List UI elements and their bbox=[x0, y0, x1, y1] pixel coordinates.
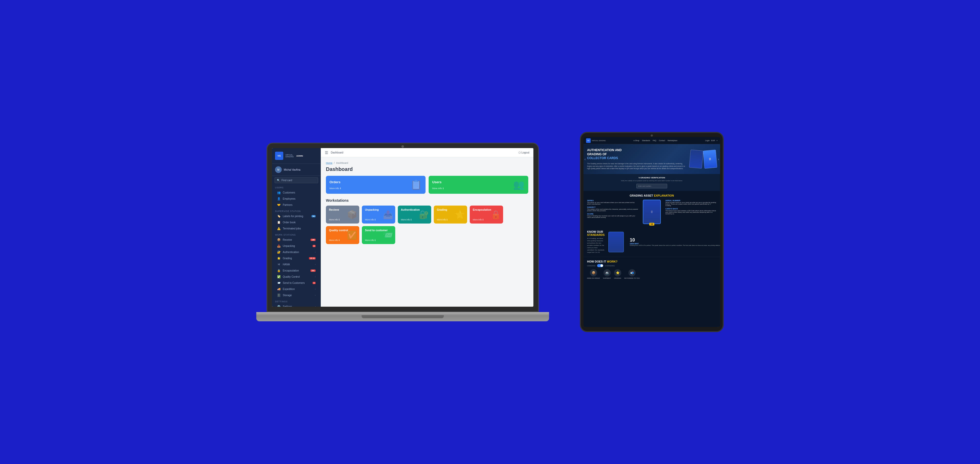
label-cardback: CARD'S BACK The back of your card contai… bbox=[665, 208, 716, 215]
grading-icon: ⭐ bbox=[614, 269, 621, 276]
ws-card-recieve[interactable]: Recieve More info ℹ 📦 bbox=[326, 205, 359, 224]
sidebar-item-hana[interactable]: H HANA › bbox=[275, 261, 318, 267]
sidebar-item-unpacking[interactable]: 📤 Unpacking 8 bbox=[275, 243, 318, 249]
workstations-section-title: Workstations bbox=[326, 199, 528, 202]
breadcrumb-home[interactable]: Home bbox=[326, 161, 332, 164]
login-button[interactable]: Login bbox=[705, 140, 710, 141]
how-step-shipment: 🚢 SHIPMENT bbox=[603, 269, 611, 279]
users-icon: 👥 bbox=[513, 180, 525, 190]
sidebar-logo: VG VIRTUALGRADING ADMIN bbox=[272, 148, 321, 164]
hamburger-icon[interactable]: ☰ bbox=[325, 151, 328, 155]
nav-faq[interactable]: FAQ bbox=[652, 140, 656, 141]
sidebar-item-orderbook[interactable]: 📋 Order book bbox=[275, 219, 318, 225]
sidebar-item-label: Labels for printing bbox=[283, 215, 303, 218]
dashboard-body: Home / Dashboard Dashboard Orders bbox=[321, 157, 533, 307]
sidebar-item-label: Terminated jobs bbox=[283, 227, 301, 230]
tablet-content: ‹ AUTHENTICATION ANDGRADING OF COLLECTOR… bbox=[584, 144, 720, 327]
sidebar-section-workstations: Work stations 📦 Receive 186 📤 Unpacking … bbox=[272, 232, 321, 299]
sidebar-item-send-customers[interactable]: 📨 Send to Customers 8 bbox=[275, 280, 318, 286]
sidebar-item-label: Settings bbox=[283, 305, 292, 307]
find-card-button[interactable]: 🔍 Find card bbox=[275, 177, 318, 183]
orders-more[interactable]: More info ℹ bbox=[329, 187, 341, 190]
sidebar-item-partners[interactable]: 🤝 Partners bbox=[275, 202, 318, 208]
workstation-grid: Recieve More info ℹ 📦 Unpacking More inf… bbox=[326, 205, 528, 244]
sidebar-item-receive[interactable]: 📦 Receive 186 bbox=[275, 237, 318, 243]
sidebar-item-terminated[interactable]: ⚠️ Terminated jobs bbox=[275, 225, 318, 232]
tablet-hero: ‹ AUTHENTICATION ANDGRADING OF COLLECTOR… bbox=[584, 144, 720, 174]
sidebar-section-users: Users 👥 Customers 👤 Employees 🤝 Partners bbox=[272, 185, 321, 208]
hero-next-arrow[interactable]: › bbox=[718, 157, 719, 161]
ws-card-encapsulation[interactable]: Encapsulation More info ℹ 🔒 bbox=[470, 205, 503, 224]
section-label-settings: Settings bbox=[275, 300, 318, 303]
breadcrumb: Home / Dashboard bbox=[326, 161, 528, 164]
chevron-icon: › bbox=[315, 294, 316, 296]
sidebar-item-customers[interactable]: 👥 Customers bbox=[275, 189, 318, 195]
verify-input[interactable]: Enter card number... bbox=[636, 184, 667, 188]
grading-labels-left: SERIES The series on your card indicates… bbox=[587, 200, 638, 218]
logo-brand: VIRTUALGRADING bbox=[285, 154, 294, 157]
tablet-verify: V-GRADING VERIFICATION Verify the validi… bbox=[584, 174, 720, 191]
orders-icon: 📋 bbox=[410, 180, 422, 190]
users-more[interactable]: More info ℹ bbox=[432, 187, 444, 190]
admin-badge: ADMIN bbox=[296, 155, 303, 157]
send-icon: 📨 bbox=[277, 281, 281, 284]
topbar-left: ☰ Dashboard bbox=[325, 151, 344, 155]
section-label-users: Users bbox=[275, 186, 318, 189]
currency-selector[interactable]: EUR bbox=[711, 140, 715, 141]
search-icon: 🔍 bbox=[277, 179, 280, 182]
order-icon: 📦 bbox=[590, 269, 597, 276]
chevron-icon: › bbox=[315, 305, 316, 307]
sidebar-item-storage[interactable]: 🗄️ Storage › bbox=[275, 292, 318, 298]
nav-marketplace[interactable]: Marketplace bbox=[668, 140, 678, 141]
section-label-workstations: Work stations bbox=[275, 234, 318, 236]
step-label: SHIPMENT bbox=[603, 277, 611, 279]
sidebar-item-grading[interactable]: ⭐ Grading 15 15 bbox=[275, 255, 318, 261]
stat-card-orders[interactable]: Orders More info ℹ 📋 bbox=[326, 176, 426, 194]
sidebar-item-settings[interactable]: ⚙️ Settings › bbox=[275, 304, 318, 307]
sidebar-item-employees[interactable]: 👤 Employees bbox=[275, 195, 318, 202]
nav-standards[interactable]: Standards bbox=[642, 140, 650, 141]
terminated-icon: ⚠️ bbox=[277, 227, 281, 230]
tablet-standards: KNOW OUR STANDARDS At V-Grading, we foll… bbox=[584, 227, 720, 257]
tablet-how: HOW DOES IT WORK? GRADING V-GRADING 📦 bbox=[584, 257, 720, 282]
qc-icon: ✅ bbox=[277, 275, 281, 278]
chevron-icon: › bbox=[315, 276, 316, 278]
tablet-logo-text: VIRTUAL GRADING bbox=[592, 140, 606, 141]
sidebar-item-label: Storage bbox=[283, 294, 292, 297]
grading-icon: ⭐ bbox=[277, 256, 281, 260]
ws-card-quality-control[interactable]: Quality control More info ℹ ✅ bbox=[326, 226, 359, 244]
how-steps: 📦 MAKE AN ORDER 🚢 SHIPMENT ⭐ GRADING bbox=[587, 269, 716, 279]
ws-bg-icon: 📦 bbox=[347, 210, 357, 219]
logout-button[interactable]: ⬡ Logout bbox=[519, 151, 529, 154]
sidebar-item-encapsulation[interactable]: 🔒 Encapsulation 281 bbox=[275, 267, 318, 273]
laptop-screen: VG VIRTUALGRADING ADMIN M Michal Vavřina… bbox=[272, 148, 533, 307]
how-toggle[interactable] bbox=[597, 264, 603, 267]
nav-contact[interactable]: Contact bbox=[659, 140, 665, 141]
stat-card-users[interactable]: Users More info ℹ 👥 bbox=[429, 176, 528, 194]
grading-asset-title: GRADING ASSET EXPLANATION bbox=[587, 194, 716, 197]
close-icon[interactable]: × bbox=[716, 140, 718, 141]
hero-prev-arrow[interactable]: ‹ bbox=[584, 157, 586, 161]
ws-card-authentication[interactable]: Authentication More info ℹ 🔐 bbox=[398, 205, 431, 224]
sidebar-item-quality-control[interactable]: ✅ Quality Control › bbox=[275, 273, 318, 280]
step-label: RETURNING TO YOU bbox=[624, 277, 640, 279]
label-series: SERIES The series on your card indicates… bbox=[587, 200, 638, 205]
storage-icon: 🗄️ bbox=[277, 293, 281, 297]
sidebar-item-label: Customers bbox=[283, 191, 295, 194]
sidebar-item-authentication[interactable]: 🔐 Authentication › bbox=[275, 249, 318, 255]
sidebar-item-labels[interactable]: 🏷️ Labels for printing 54 bbox=[275, 213, 318, 219]
customers-icon: 👥 bbox=[277, 191, 281, 194]
send-badge: 8 bbox=[313, 282, 316, 284]
shipment-icon: 🚢 bbox=[603, 269, 611, 276]
sidebar-item-expedition[interactable]: 🚚 Expedition › bbox=[275, 286, 318, 292]
chevron-icon: › bbox=[315, 288, 316, 290]
ws-card-send-customer[interactable]: Send to customer More info ℹ 📨 bbox=[362, 226, 395, 244]
ws-card-unpacking[interactable]: Unpacking More info ℹ 📤 bbox=[362, 205, 395, 224]
ws-bg-icon: 📨 bbox=[383, 230, 393, 240]
ws-bg-icon: ⭐ bbox=[455, 210, 465, 219]
ws-card-grading[interactable]: Grading More info ℹ ⭐ bbox=[434, 205, 467, 224]
nav-eshop[interactable]: e-Shop bbox=[633, 140, 640, 141]
receive-badge: 186 bbox=[310, 239, 316, 241]
settings-icon: ⚙️ bbox=[277, 305, 281, 307]
scene: VG VIRTUALGRADING ADMIN M Michal Vavřina… bbox=[0, 0, 980, 464]
